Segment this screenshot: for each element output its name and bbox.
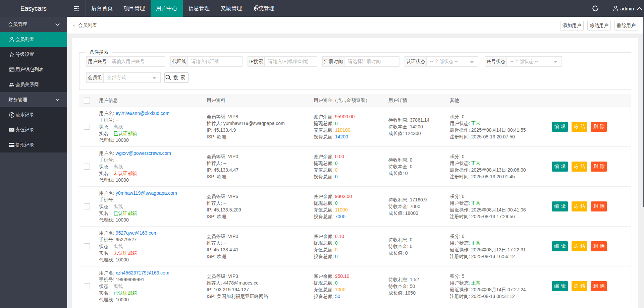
svg-text:PayPal: PayPal xyxy=(10,129,14,131)
